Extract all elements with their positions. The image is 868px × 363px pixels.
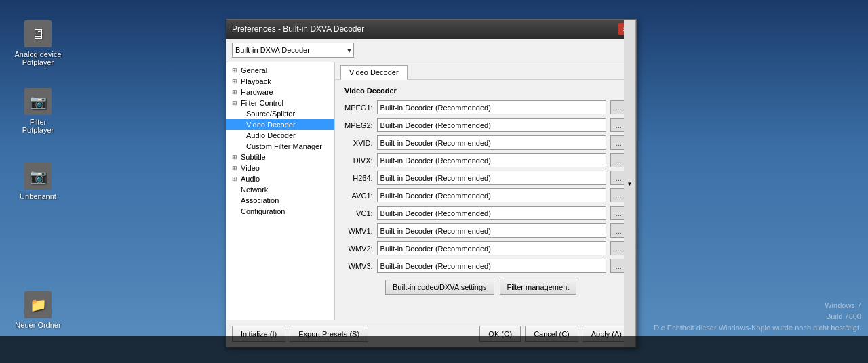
tree-item-video-decoder[interactable]: Video Decoder <box>226 119 334 130</box>
tree-label: Subtitle <box>241 153 266 161</box>
panel-content: Video Decoder MPEG1: Built-in Decoder (R… <box>335 80 636 320</box>
dropdown-btn-wmv3[interactable]: ▼ <box>624 20 636 347</box>
select-wmv1[interactable]: Built-in Decoder (Recommended) <box>377 223 606 238</box>
tree-label: Video Decoder <box>246 121 296 129</box>
desktop-icon-neuer-ordner[interactable]: 📁 Neuer Ordner <box>14 291 62 329</box>
dropdown-bar: Built-in DXVA Decoder ▼ <box>226 39 636 62</box>
expand-icon: ⊞ <box>232 78 239 85</box>
tree-label: Audio <box>241 175 260 183</box>
tree-item-subtitle[interactable]: ⊞ Subtitle <box>226 152 334 163</box>
combo-wmv3: Built-in Decoder (Recommended) ▼ <box>377 259 606 273</box>
select-wmv2[interactable]: Built-in Decoder (Recommended) <box>377 241 606 255</box>
select-wrapper-vc1: Built-in Decoder (Recommended) <box>377 206 606 220</box>
label-mpeg1: MPEG1: <box>344 104 373 112</box>
expand-icon: ⊞ <box>232 175 239 182</box>
icon-label: Filter Potplayer <box>14 118 62 134</box>
codec-settings-button[interactable]: Built-in codec/DXVA settings <box>385 280 494 295</box>
tab-video-decoder[interactable]: Video Decoder <box>340 65 408 80</box>
combo-h264: Built-in Decoder (Recommended) ▼ <box>377 171 606 185</box>
select-wrapper-wmv3: Built-in Decoder (Recommended) <box>377 259 606 273</box>
desktop-icon-filter[interactable]: 📷 Filter Potplayer <box>14 88 62 134</box>
right-panel: Video Decoder Video Decoder MPEG1: <box>335 62 636 320</box>
main-dropdown-wrapper: Built-in DXVA Decoder ▼ <box>232 43 354 58</box>
windows-watermark: Windows 7 Build 7600 Die Echtheit dieser… <box>654 300 861 334</box>
tree-item-video[interactable]: ⊞ Video <box>226 163 334 173</box>
tree-item-audio-decoder[interactable]: Audio Decoder <box>226 130 334 141</box>
select-wrapper-avc1: Built-in Decoder (Recommended) <box>377 188 606 202</box>
win-version: Windows 7 <box>654 300 861 312</box>
select-vc1[interactable]: Built-in Decoder (Recommended) <box>377 206 606 220</box>
tree-item-playback[interactable]: ⊞ Playback <box>226 76 334 87</box>
action-buttons-row: Built-in codec/DXVA settings Filter mana… <box>344 280 627 295</box>
tree-label: Network <box>241 186 268 194</box>
taskbar <box>0 336 868 363</box>
select-wrapper-mpeg2: Built-in Decoder (Recommended) <box>377 118 606 132</box>
camera-icon-2: 📷 <box>24 163 52 190</box>
combo-wmv1: Built-in Decoder (Recommended) ▼ <box>377 223 606 238</box>
select-xvid[interactable]: Built-in Decoder (Recommended) <box>377 135 606 150</box>
combo-divx: Built-in Decoder (Recommended) ▼ <box>377 153 606 167</box>
section-title: Video Decoder <box>344 87 627 95</box>
select-wrapper-wmv1: Built-in Decoder (Recommended) <box>377 223 606 238</box>
tree-label: Hardware <box>241 88 273 96</box>
dialog-body: Built-in DXVA Decoder ▼ ⊞ General ⊞ Play… <box>226 39 636 320</box>
expand-icon: ⊟ <box>232 100 239 106</box>
label-vc1: VC1: <box>344 209 373 217</box>
main-dropdown[interactable]: Built-in DXVA Decoder <box>232 43 354 58</box>
tree-item-hardware[interactable]: ⊞ Hardware <box>226 87 334 98</box>
label-mpeg2: MPEG2: <box>344 121 373 129</box>
tree-label: Video <box>241 164 260 172</box>
combo-wmv2: Built-in Decoder (Recommended) ▼ <box>377 241 606 255</box>
tree-item-filter-control[interactable]: ⊟ Filter Control <box>226 98 334 108</box>
select-wmv3[interactable]: Built-in Decoder (Recommended) <box>377 259 606 273</box>
tree-item-network[interactable]: Network <box>226 184 334 195</box>
desktop-icon-unbenannt[interactable]: 📷 Unbenannt <box>14 163 62 200</box>
select-wrapper-wmv2: Built-in Decoder (Recommended) <box>377 241 606 255</box>
desktop-icon-analog[interactable]: 🖥 Analog devicePotplayer <box>14 20 62 66</box>
expand-icon: ⊞ <box>232 165 239 171</box>
filter-management-button[interactable]: Filter management <box>500 280 577 295</box>
win-notice: Die Echtheit dieser Windows-Kopie wurde … <box>654 322 861 334</box>
tree-label: Association <box>241 196 279 205</box>
camera-icon: 📷 <box>24 88 52 115</box>
tree-item-association[interactable]: Association <box>226 195 334 206</box>
tree-label: Custom Filter Manager <box>246 142 322 150</box>
monitor-icon: 🖥 <box>24 20 52 47</box>
label-wmv1: WMV1: <box>344 227 373 235</box>
select-divx[interactable]: Built-in Decoder (Recommended) <box>377 153 606 167</box>
select-wrapper-divx: Built-in Decoder (Recommended) <box>377 153 606 167</box>
icon-label: Unbenannt <box>20 192 56 200</box>
label-wmv2: WMV2: <box>344 244 373 253</box>
expand-icon: ⊞ <box>232 154 239 161</box>
tree-label: Configuration <box>241 207 285 215</box>
tree-panel: ⊞ General ⊞ Playback ⊞ Hardware ⊟ Filter… <box>226 62 335 320</box>
tree-item-configuration[interactable]: Configuration <box>226 206 334 217</box>
combo-mpeg2: Built-in Decoder (Recommended) ▼ <box>377 118 606 132</box>
combo-mpeg1: Built-in Decoder (Recommended) ▼ <box>377 100 606 114</box>
tree-label: Source/Splitter <box>246 110 295 118</box>
select-wrapper-mpeg1: Built-in Decoder (Recommended) <box>377 100 606 114</box>
desktop: 🖥 Analog devicePotplayer 📷 Filter Potpla… <box>0 0 868 363</box>
label-xvid: XVID: <box>344 139 373 147</box>
label-divx: DIVX: <box>344 156 373 165</box>
expand-icon: ⊞ <box>232 89 239 95</box>
dialog-content: ⊞ General ⊞ Playback ⊞ Hardware ⊟ Filter… <box>226 62 636 320</box>
tree-item-source-splitter[interactable]: Source/Splitter <box>226 108 334 119</box>
label-h264: H264: <box>344 174 373 182</box>
tree-label: Audio Decoder <box>246 131 296 140</box>
select-wrapper-h264: Built-in Decoder (Recommended) <box>377 171 606 185</box>
tree-item-general[interactable]: ⊞ General <box>226 65 334 76</box>
tree-item-audio[interactable]: ⊞ Audio <box>226 173 334 184</box>
expand-icon: ⊞ <box>232 67 239 74</box>
select-h264[interactable]: Built-in Decoder (Recommended) <box>377 171 606 185</box>
select-mpeg1[interactable]: Built-in Decoder (Recommended) <box>377 100 606 114</box>
combo-avc1: Built-in Decoder (Recommended) ▼ <box>377 188 606 202</box>
label-wmv3: WMV3: <box>344 262 373 270</box>
tree-item-custom-filter[interactable]: Custom Filter Manager <box>226 141 334 152</box>
label-avc1: AVC1: <box>344 192 373 200</box>
combo-vc1: Built-in Decoder (Recommended) ▼ <box>377 206 606 220</box>
tree-label: Filter Control <box>241 99 283 107</box>
decoder-grid: MPEG1: Built-in Decoder (Recommended) ▼ … <box>344 100 627 273</box>
select-avc1[interactable]: Built-in Decoder (Recommended) <box>377 188 606 202</box>
select-mpeg2[interactable]: Built-in Decoder (Recommended) <box>377 118 606 132</box>
